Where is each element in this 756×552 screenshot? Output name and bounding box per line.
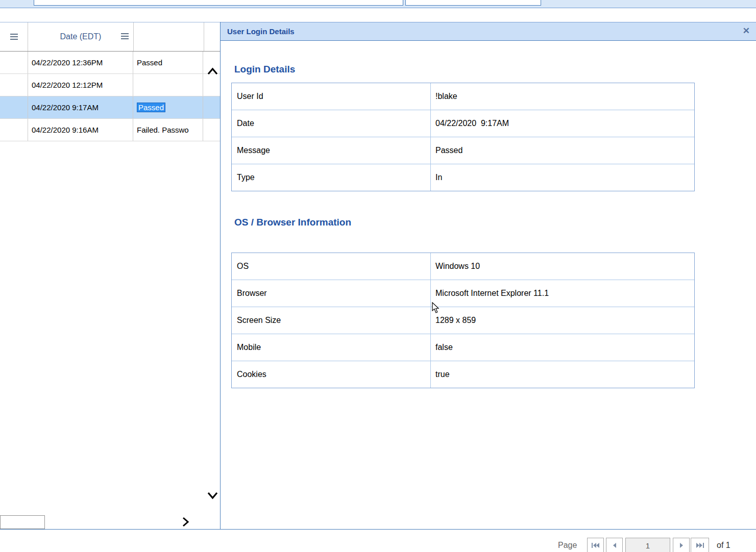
scroll-up-icon[interactable] [206, 65, 219, 78]
login-history-grid: Date (EDT) 04/22/2020 12:36PM Passed 04/… [0, 22, 220, 529]
row-spacer [203, 96, 220, 118]
grid-header-status[interactable] [134, 22, 204, 51]
os-browser-heading: OS / Browser Information [234, 217, 351, 228]
os-browser-table: OS Windows 10 Browser Microsoft Internet… [231, 253, 695, 388]
next-page-icon [678, 541, 685, 549]
scroll-down-icon[interactable] [206, 489, 219, 501]
top-filter-bar [0, 0, 756, 8]
last-page-button[interactable] [691, 538, 709, 552]
field-value: Windows 10 [431, 253, 694, 280]
row-status-cell[interactable]: Failed. Passwo [133, 119, 203, 141]
row-handle-cell [0, 74, 28, 96]
close-icon[interactable]: ✕ [743, 26, 750, 36]
table-row: User Id !blake [232, 83, 694, 110]
table-row-selected[interactable]: 04/22/2020 9:17AM Passed [0, 96, 220, 119]
field-label: Browser [232, 280, 431, 307]
page-count-label: of 1 [717, 541, 730, 550]
row-date-cell[interactable]: 04/22/2020 12:12PM [28, 74, 133, 96]
row-status-cell[interactable]: Passed [133, 96, 203, 118]
field-label: OS [232, 253, 431, 280]
row-date-cell[interactable]: 04/22/2020 12:36PM [28, 52, 133, 73]
grid-header-menu-cell[interactable] [0, 22, 28, 51]
table-row: OS Windows 10 [232, 253, 694, 280]
grid-header-date[interactable]: Date (EDT) [28, 22, 134, 51]
first-page-button[interactable] [587, 538, 604, 552]
grid-header: Date (EDT) [0, 22, 220, 52]
row-spacer [203, 119, 220, 141]
table-row[interactable]: 04/22/2020 9:16AM Failed. Passwo [0, 119, 220, 141]
screen: Date (EDT) 04/22/2020 12:36PM Passed 04/… [0, 0, 756, 552]
row-date-cell[interactable]: 04/22/2020 9:17AM [28, 96, 133, 118]
bottom-divider [0, 529, 756, 530]
table-row[interactable]: 04/22/2020 12:36PM Passed [0, 52, 220, 74]
panel-title: User Login Details [227, 22, 295, 40]
user-login-details-panel: User Login Details ✕ Login Details User … [220, 22, 756, 529]
table-row: Date 04/22/2020 9:17AM [232, 110, 694, 137]
login-details-table: User Id !blake Date 04/22/2020 9:17AM Me… [231, 83, 695, 191]
field-value: In [431, 164, 694, 191]
row-handle-cell [0, 96, 28, 118]
table-row: Message Passed [232, 137, 694, 164]
date-column-label: Date (EDT) [60, 32, 102, 41]
row-date-cell[interactable]: 04/22/2020 9:16AM [28, 119, 133, 141]
field-label: Mobile [232, 334, 431, 361]
first-page-icon [591, 541, 600, 549]
prev-page-icon [612, 541, 618, 549]
prev-page-button[interactable] [606, 538, 623, 552]
horizontal-scrollbar[interactable] [0, 515, 220, 529]
next-page-button[interactable] [673, 538, 690, 552]
login-details-heading: Login Details [234, 64, 295, 75]
field-label: Date [232, 110, 431, 137]
field-value: Passed [431, 137, 694, 164]
hscroll-thumb[interactable] [0, 515, 45, 529]
field-value: Microsoft Internet Explorer 11.1 [431, 280, 694, 307]
table-row[interactable]: 04/22/2020 12:12PM [0, 74, 220, 96]
field-label: User Id [232, 83, 431, 110]
row-status-cell[interactable]: Passed [133, 52, 203, 73]
filter-input-1[interactable] [34, 0, 403, 6]
table-row: Mobile false [232, 334, 694, 361]
page-label: Page [558, 541, 577, 550]
table-row: Type In [232, 164, 694, 191]
filter-input-2[interactable] [405, 0, 541, 6]
row-status-cell[interactable] [133, 74, 203, 96]
table-row: Cookies true [232, 361, 694, 388]
table-row: Screen Size 1289 x 859 [232, 307, 694, 334]
field-value: true [431, 361, 694, 388]
field-label: Cookies [232, 361, 431, 388]
scroll-right-icon[interactable] [180, 516, 191, 528]
column-menu-icon[interactable] [121, 33, 129, 39]
field-value: 1289 x 859 [431, 307, 694, 334]
row-handle-cell [0, 52, 28, 73]
row-handle-cell [0, 119, 28, 141]
table-row: Browser Microsoft Internet Explorer 11.1 [232, 280, 694, 307]
selected-status-text[interactable]: Passed [137, 103, 165, 112]
field-label: Screen Size [232, 307, 431, 334]
last-page-icon [696, 541, 704, 549]
field-value: false [431, 334, 694, 361]
field-label: Message [232, 137, 431, 164]
field-value: 04/22/2020 9:17AM [431, 110, 694, 137]
field-label: Type [232, 164, 431, 191]
panel-header: User Login Details ✕ [221, 22, 756, 41]
menu-icon[interactable] [10, 34, 18, 40]
page-number-input[interactable] [625, 538, 670, 552]
field-value: !blake [431, 83, 694, 110]
